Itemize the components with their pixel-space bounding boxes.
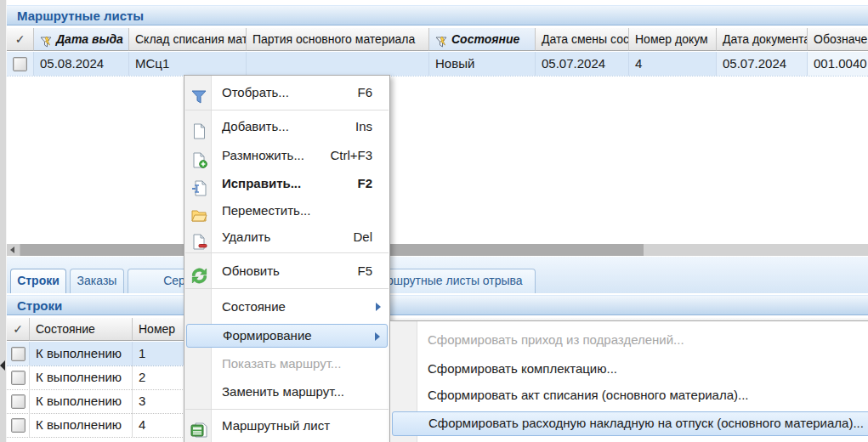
menu-separator [185, 252, 389, 253]
menu-item-formation[interactable]: Формирование [186, 324, 388, 348]
submenu-item-komplektacia[interactable]: Сформировать комплектацию... [392, 355, 868, 382]
cell-state-change-date: 05.07.2024 [536, 52, 629, 76]
context-menu: Отобрать... F6 Добавить... Ins Размножит… [184, 75, 390, 442]
bottom-tabbar: Строки Заказы Сер Маршрутные листы отрыв… [7, 257, 868, 293]
page-delete-icon [190, 229, 207, 246]
menu-item-refresh[interactable]: Обновить F5 [186, 259, 388, 283]
formation-submenu: Сформировать приход из подразделений... … [389, 320, 868, 442]
checkbox[interactable] [13, 57, 27, 71]
menu-item-filter[interactable]: Отобрать... F6 [186, 81, 388, 105]
page-icon [190, 118, 207, 135]
menu-item-move[interactable]: Переместить... [186, 199, 388, 223]
column-doc-date[interactable]: Дата документа [717, 28, 808, 51]
filter-lightning-icon [435, 30, 448, 51]
bottom-panel-title-label: Строки [17, 298, 62, 313]
table-row[interactable]: 05.08.2024 МСц1 Новый 05.07.2024 4 05.07… [7, 52, 868, 76]
cell-batch [247, 52, 429, 76]
cell-designation: 001.0040 [808, 52, 868, 76]
submenu-item-prihod: Сформировать приход из подразделений... [392, 326, 868, 353]
cell-doc-number: 4 [629, 52, 717, 76]
cell-state: К выполнению [30, 389, 133, 413]
menu-item-replace-route[interactable]: Заменить маршрут... [186, 380, 388, 404]
page-add-icon [190, 147, 207, 164]
checkbox[interactable] [11, 394, 26, 409]
submenu-item-rashodnaya-nakladnaya[interactable]: Сформировать расходную накладную на отпу… [392, 411, 868, 436]
cell-state: Новый [429, 52, 536, 76]
left-splitter[interactable] [0, 0, 7, 442]
menu-item-delete[interactable]: Удалить Del [186, 225, 388, 249]
column-state[interactable]: Состояние [429, 28, 536, 51]
tab-stroki[interactable]: Строки [10, 269, 66, 293]
submenu-arrow-icon [376, 303, 381, 311]
cell-state: К выполнению [30, 413, 133, 437]
row-checkbox-cell[interactable] [7, 389, 30, 413]
row-checkbox-cell[interactable] [7, 342, 30, 366]
spreadsheet-icon [190, 417, 207, 434]
menu-item-route-sheet[interactable]: Маршрутный лист [186, 414, 388, 438]
filter-lightning-icon [40, 30, 53, 51]
cell-warehouse: МСц1 [129, 52, 247, 76]
column-date-issued[interactable]: Дата выда [34, 28, 129, 51]
app-window: Маршрутные листы ✓ Дата выда Склад списа… [0, 0, 868, 442]
column-doc-number[interactable]: Номер докум [629, 28, 717, 51]
column-check[interactable]: ✓ [7, 28, 34, 51]
column-batch[interactable]: Партия основного материала [247, 28, 429, 51]
checkbox[interactable] [11, 418, 26, 433]
menu-separator [185, 409, 389, 410]
submenu-item-akt-spisaniya[interactable]: Сформировать акт списания (основного мат… [392, 382, 868, 408]
tab-zakazy[interactable]: Заказы [70, 269, 124, 293]
menu-item-add[interactable]: Добавить... Ins [186, 115, 388, 139]
checkbox[interactable] [11, 371, 26, 385]
submenu-arrow-icon [375, 332, 380, 341]
menu-item-state[interactable]: Состояние [186, 295, 388, 319]
row-checkbox-cell[interactable] [7, 52, 34, 76]
top-panel-title-label: Маршрутные листы [17, 8, 144, 23]
checkbox[interactable] [11, 347, 26, 361]
column-state-change-date[interactable]: Дата смены сос [536, 28, 629, 51]
folder-icon [190, 202, 207, 219]
row-checkbox-cell[interactable] [7, 366, 30, 389]
cell-state: К выполнению [30, 342, 133, 366]
cell-state: К выполнению [30, 366, 133, 389]
bottom-panel-title: Строки [7, 295, 868, 315]
column-designation[interactable]: Обозначе [808, 28, 868, 51]
cell-doc-date: 05.07.2024 [717, 52, 808, 76]
column-warehouse[interactable]: Склад списания мат [129, 28, 247, 51]
splitter-collapse-icon[interactable] [0, 360, 5, 371]
scroll-left-icon[interactable] [7, 244, 20, 256]
menu-item-edit[interactable]: Исправить... F2 [186, 172, 388, 196]
menu-item-show-route: Показать маршрут... [186, 352, 388, 376]
top-grid-header: ✓ Дата выда Склад списания мат Партия ос… [7, 28, 868, 52]
menu-item-duplicate[interactable]: Размножить... Ctrl+F3 [186, 144, 388, 167]
filter-icon [190, 84, 207, 101]
horizontal-scrollbar[interactable] [7, 244, 868, 256]
row-checkbox-cell[interactable] [7, 413, 30, 437]
column-state[interactable]: Состояние [30, 318, 133, 341]
top-panel-title: Маршрутные листы [7, 5, 868, 26]
menu-separator [185, 110, 389, 110]
page-edit-icon [190, 175, 207, 192]
refresh-icon [190, 263, 207, 280]
menu-separator [185, 288, 389, 289]
column-check[interactable]: ✓ [7, 318, 30, 341]
cell-date: 05.08.2024 [34, 52, 129, 76]
